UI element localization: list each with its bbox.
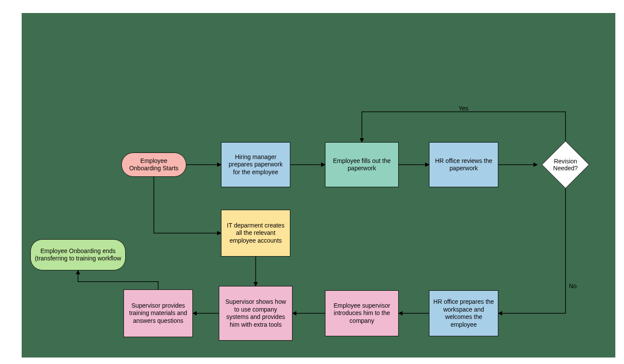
node-sup-intro: Employee supervisor introduces him to th… — [325, 290, 399, 336]
node-start: Employee Onboarding Starts — [121, 153, 186, 177]
node-sup-show-label: Supervisor shows how to use company syst… — [223, 298, 289, 328]
node-hr-review: HR office reviews the paperwork — [429, 142, 498, 187]
node-employee-fills-label: Employee fills out the paperwork — [329, 157, 395, 172]
node-hr-prepare-label: HR office prepares the workspace and wel… — [433, 298, 494, 328]
node-hiring-manager-label: Hiring manager prepares paperwork for th… — [225, 153, 286, 176]
edge-label-no: No — [569, 283, 577, 289]
node-hiring-manager: Hiring manager prepares paperwork for th… — [221, 142, 290, 187]
node-it-department: IT deparment creates all the relevant em… — [221, 210, 290, 257]
node-sup-train-label: Supervisor provides training materials a… — [127, 302, 189, 325]
edge-label-no-text: No — [569, 283, 577, 289]
node-hr-prepare: HR office prepares the workspace and wel… — [429, 290, 498, 336]
diagram-canvas: Employee Onboarding Starts Hiring manage… — [22, 13, 615, 358]
node-sup-intro-label: Employee supervisor introduces him to th… — [329, 302, 395, 325]
node-it-department-label: IT deparment creates all the relevant em… — [225, 222, 286, 245]
node-start-label: Employee Onboarding Starts — [125, 157, 182, 172]
edge-label-yes: Yes — [458, 105, 468, 112]
node-sup-show: Supervisor shows how to use company syst… — [219, 286, 292, 341]
node-decision: Revision Needed? — [542, 141, 589, 188]
node-decision-label: Revision Needed? — [548, 158, 583, 172]
edges-layer — [22, 13, 615, 358]
node-employee-fills: Employee fills out the paperwork — [325, 142, 399, 187]
node-sup-train: Supervisor provides training materials a… — [124, 289, 193, 337]
edge-label-yes-text: Yes — [458, 105, 468, 112]
node-hr-review-label: HR office reviews the paperwork — [433, 157, 494, 172]
node-end: Employee Onboarding ends (transferring t… — [30, 239, 126, 270]
node-end-label: Employee Onboarding ends (transferring t… — [34, 247, 122, 263]
